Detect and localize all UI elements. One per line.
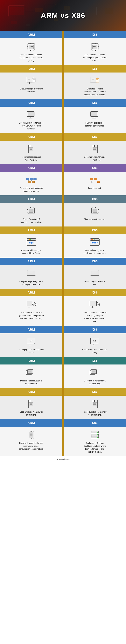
divider-bar-4 — [62, 164, 64, 172]
svg-rect-101 — [26, 178, 29, 180]
arm-header-6: ARM — [0, 226, 62, 234]
x86-text-8: Its Architecture is capable of managing … — [82, 311, 107, 323]
arm-text-2: Optimization of performance with Softwar… — [19, 122, 44, 130]
section-bar-8: ARMX86 — [0, 289, 126, 296]
x86-text-0: Uses Complex Instruction Set computing A… — [82, 53, 107, 62]
x86-header-4: X86 — [64, 164, 126, 172]
x86-cell-9: </>Code expansion is managed easily. — [64, 333, 126, 357]
x86-text-12: Deployed in Servers, Desktops, Laptops w… — [82, 442, 107, 454]
arm-cell-5: Faster Execution of Instructions reduces… — [0, 203, 62, 226]
svg-point-150 — [29, 239, 30, 240]
row-pair-8: Multiple Instructions are generated from… — [0, 296, 126, 326]
arm-header-8: ARM — [0, 289, 62, 296]
svg-rect-208 — [28, 370, 32, 373]
row-pair-6: http://Complex addressing is managed by … — [0, 234, 126, 258]
divider-bar-5 — [62, 195, 64, 203]
x86-cell-12: Deployed in Servers, Desktops, Laptops w… — [64, 427, 126, 456]
x86-cell-0: CPUUses Complex Instruction Set computin… — [64, 38, 126, 65]
arm-header-3: ARM — [0, 133, 62, 141]
x86-icon-0: CPU — [89, 42, 100, 52]
svg-rect-110 — [94, 178, 97, 180]
arm-icon-6: http:// — [26, 238, 37, 247]
divider-bar-3 — [62, 133, 64, 141]
row-divider-8 — [62, 296, 64, 326]
divider-bar-11 — [62, 388, 64, 396]
svg-rect-71 — [96, 78, 99, 82]
section-bar-7: ARMX86 — [0, 258, 126, 265]
svg-text:http://: http:// — [28, 242, 34, 244]
divider-bar-10 — [62, 357, 64, 364]
svg-text:</>: </> — [29, 340, 33, 342]
divider-bar-8 — [62, 289, 64, 296]
x86-icon-2 — [89, 110, 100, 120]
svg-rect-111 — [97, 181, 100, 182]
svg-rect-176 — [36, 304, 36, 305]
x86-icon-3 — [89, 144, 100, 154]
arm-cell-8: Multiple Instructions are generated from… — [0, 296, 62, 326]
row-pair-2: Optimization of performance with Softwar… — [0, 106, 126, 133]
divider-bar-6 — [62, 226, 64, 234]
svg-rect-16 — [11, 21, 17, 24]
row-pair-11: Uses available memory for calculations. … — [0, 396, 126, 419]
svg-rect-12 — [88, 8, 95, 13]
arm-icon-11 — [26, 399, 37, 409]
arm-text-7: Compiler plays a key role in managing op… — [19, 280, 44, 286]
header: ARM vs X86 — [0, 0, 126, 31]
svg-rect-18 — [26, 24, 30, 26]
svg-rect-5 — [45, 4, 56, 11]
x86-text-2: Hardware approach to optimize performanc… — [82, 122, 107, 127]
svg-rect-109 — [90, 178, 93, 180]
svg-rect-1 — [10, 7, 24, 16]
arm-icon-9: </> — [26, 337, 37, 346]
svg-rect-218 — [29, 402, 33, 406]
row-pair-0: CPUUses Reduced Instruction Set computin… — [0, 38, 126, 65]
x86-text-4: Less pipelined. — [88, 187, 101, 190]
arm-icon-8 — [26, 300, 37, 310]
arm-cell-4: Pipelining of instructions is the unique… — [0, 172, 62, 195]
x86-header-0: X86 — [64, 31, 126, 38]
arm-text-12: Deployed in mobile devices where size, p… — [19, 442, 44, 450]
section-bar-4: ARMX86 — [0, 164, 126, 172]
svg-rect-132 — [93, 209, 97, 212]
arm-cell-0: CPUUses Reduced Instruction Set computin… — [0, 38, 62, 65]
svg-rect-7 — [64, 6, 70, 10]
x86-text-10: Decoding is handled in a complex way. — [82, 379, 107, 385]
arm-text-11: Uses available memory for calculations. — [19, 410, 44, 416]
svg-rect-103 — [34, 178, 36, 180]
x86-header-5: X86 — [64, 195, 126, 203]
arm-header-4: ARM — [0, 164, 62, 172]
x86-cell-4: Less pipelined. — [64, 172, 126, 195]
arm-cell-11: Uses available memory for calculations. — [0, 396, 62, 419]
svg-point-157 — [94, 239, 95, 240]
x86-cell-11: Needs supplement memory for calculations… — [64, 396, 126, 419]
arm-cell-3: Requires less registers, more memory. — [0, 141, 62, 164]
arm-cell-6: http://Complex addressing is managed by … — [0, 234, 62, 258]
x86-header-9: X86 — [64, 326, 126, 333]
section-bar-10: ARMX86 — [0, 357, 126, 364]
arm-header-7: ARM — [0, 258, 62, 265]
svg-rect-85 — [91, 112, 97, 116]
arm-text-10: Decoding of instruction is handled easil… — [19, 379, 44, 385]
x86-header-10: X86 — [64, 357, 126, 364]
x86-icon-11 — [89, 399, 100, 409]
x86-cell-8: Its Architecture is capable of managing … — [64, 296, 126, 326]
svg-rect-182 — [90, 302, 96, 306]
svg-point-186 — [97, 304, 99, 305]
arm-icon-10 — [26, 368, 37, 378]
arm-icon-7 — [26, 268, 37, 278]
row-divider-1 — [62, 72, 64, 99]
divider-bar-2 — [62, 99, 64, 106]
x86-cell-3: Uses more registers and less memory. — [64, 141, 126, 164]
arm-cell-12: Deployed in mobile devices where size, p… — [0, 427, 62, 456]
arm-icon-1 — [26, 76, 37, 86]
row-divider-5 — [62, 203, 64, 226]
row-divider-11 — [62, 396, 64, 419]
row-pair-3: Requires less registers, more memory. Us… — [0, 141, 126, 164]
section-bar-6: ARMX86 — [0, 226, 126, 234]
svg-point-237 — [97, 432, 98, 433]
svg-text:CPU: CPU — [93, 46, 96, 48]
row-pair-10: Decoding of instruction is handled easil… — [0, 364, 126, 388]
svg-point-155 — [91, 239, 92, 240]
x86-cell-2: Hardware approach to optimize performanc… — [64, 106, 126, 133]
svg-rect-174 — [34, 306, 35, 306]
